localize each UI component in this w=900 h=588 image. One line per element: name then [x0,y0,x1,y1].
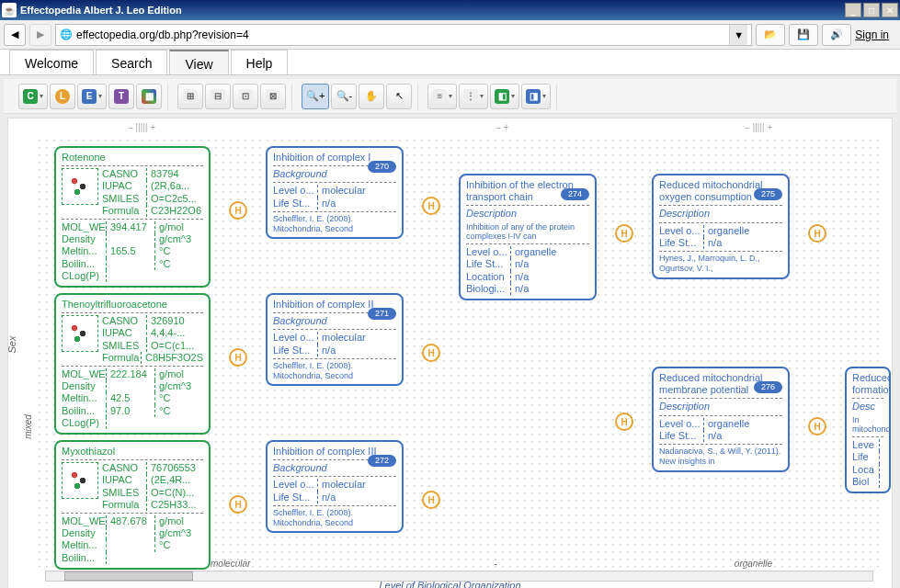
tool-layout-4[interactable]: ⊠ [260,84,286,109]
minimize-button[interactable]: _ [845,3,861,17]
horizontal-scrollbar[interactable] [45,571,873,582]
y-axis-label: Sex [7,336,17,354]
tab-view[interactable]: View [169,50,228,74]
link-badge[interactable]: H [229,348,247,367]
tool-link[interactable]: L [50,84,75,109]
url-dropdown-button[interactable]: ▼ [729,25,747,45]
scrollbar-thumb[interactable] [64,571,193,581]
effect-node[interactable]: Inhibition of the electron transport cha… [459,174,597,300]
tool-multi[interactable]: ▦ [136,84,162,109]
effect-node[interactable]: Inhibition of complex II271 BackgroundLe… [266,293,404,386]
open-folder-button[interactable]: 📂 [756,24,785,46]
window-title: Effectopedia Albert J. Leo Edition [20,5,182,16]
tool-opt-3[interactable]: ◧▾ [490,84,519,109]
tool-opt-4[interactable]: ◨▾ [521,84,551,109]
back-button[interactable]: ◀ [4,24,26,46]
link-badge[interactable]: H [808,417,826,435]
tool-layout-1[interactable]: ⊞ [177,84,203,109]
tool-pointer[interactable]: ↖ [386,84,412,109]
view-toolbar: C▾ L E▾ T ▦ ⊞ ⊟ ⊡ ⊠ 🔍+ 🔍- ✋ ↖ ≡▾ ⋮▾ ◧▾ ◨… [4,79,896,114]
tool-opt-1[interactable]: ≡▾ [427,84,457,109]
url-bar[interactable]: 🌐 ▼ [55,24,752,46]
globe-icon: 🌐 [60,28,73,40]
effect-node[interactable]: Inhibition of complex III272 BackgroundL… [266,440,404,533]
tool-opt-2[interactable]: ⋮▾ [459,84,488,109]
effect-node[interactable]: Reduced mitochondrial oxygen consumption… [652,174,790,279]
tool-pan[interactable]: ✋ [359,84,384,109]
link-badge[interactable]: H [615,413,633,431]
chemical-node[interactable]: Thenoyltrifluoroacetone CASNO326910IUPAC… [54,293,211,435]
url-input[interactable] [76,28,729,41]
link-badge[interactable]: H [229,495,247,514]
tab-search[interactable]: Search [96,50,167,74]
tool-layout-3[interactable]: ⊡ [233,84,258,109]
main-tabs: Welcome Search View Help [0,50,900,75]
tool-layout-2[interactable]: ⊟ [205,84,231,109]
window-titlebar: ☕ Effectopedia Albert J. Leo Edition _ □… [0,0,900,20]
chemical-node[interactable]: Rotenone CASNO83794IUPAC(2R,6a...SMILESO… [54,146,211,288]
link-badge[interactable]: H [229,201,247,220]
link-badge[interactable]: H [422,197,440,215]
tab-help[interactable]: Help [231,50,289,74]
tool-zoom-out[interactable]: 🔍- [331,84,357,109]
maximize-button[interactable]: □ [863,3,880,17]
effect-node[interactable]: Inhibition of complex I270 BackgroundLev… [266,146,404,239]
effect-node-partial[interactable]: Reduced formationDescIn mitochondriaLeve… [845,367,891,493]
link-badge[interactable]: H [422,491,440,509]
java-icon: ☕ [2,3,17,17]
link-badge[interactable]: H [615,224,633,243]
link-badge[interactable]: H [422,344,440,362]
chemical-node[interactable]: Myxothiazol CASNO76706553IUPAC(2E,4R...S… [54,440,211,570]
tool-chemical[interactable]: C▾ [18,84,48,109]
nav-bar: ◀ ▶ 🌐 ▼ 📂 💾 🔊 Sign in [0,20,900,50]
tab-welcome[interactable]: Welcome [9,50,94,74]
close-button[interactable]: ✕ [882,3,898,17]
tool-zoom-in[interactable]: 🔍+ [302,84,329,109]
sign-in-link[interactable]: Sign in [855,28,889,41]
link-badge[interactable]: H [808,224,826,243]
effect-node[interactable]: Reduced mitochondrial membrane potential… [652,367,790,472]
tool-effect[interactable]: E▾ [77,84,107,109]
forward-button[interactable]: ▶ [29,24,51,46]
pathway-canvas[interactable]: Sex mixed Level of Biological Organizati… [7,118,893,588]
y-axis-sub: mixed [23,414,33,439]
sound-button[interactable]: 🔊 [822,24,851,46]
tool-test[interactable]: T [108,84,134,109]
save-button[interactable]: 💾 [789,24,818,46]
